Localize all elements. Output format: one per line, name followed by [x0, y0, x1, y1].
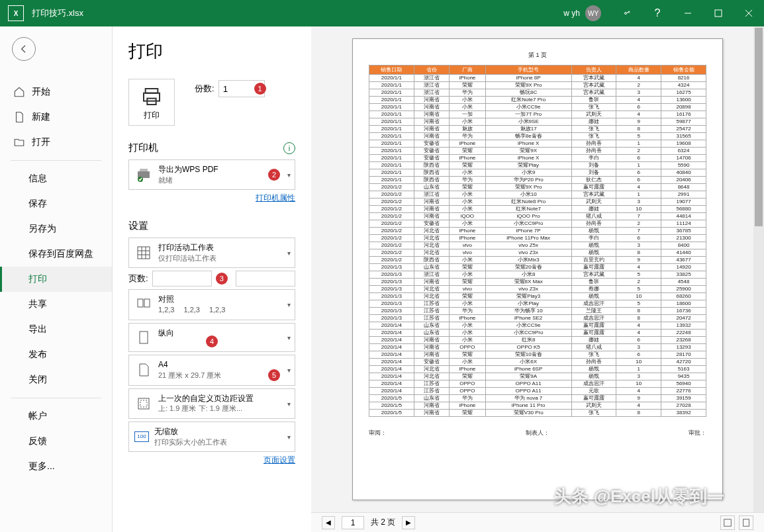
table-row: 2020/1/3江苏省iPhoneiPhone SE2成吉思汗820472	[369, 315, 706, 322]
preview-page-title: 第 1 页	[369, 51, 706, 60]
annotation-bubble-3: 3	[216, 273, 228, 285]
separator	[11, 398, 101, 398]
table-row: 2020/1/5河南省iPhoneiPhone 11 Pro武则天427028	[369, 402, 706, 410]
table-row: 2020/1/3河北省荣耀荣耀Play3杨戬1068260	[369, 293, 706, 300]
sidebar-label: 新建	[32, 111, 50, 123]
user-avatar[interactable]: WY	[585, 5, 601, 21]
preview-column: 第 1 页 销售日期省份厂商手机型号负责人商品数量销售金额 2020/1/1浙江…	[311, 26, 764, 532]
page-number-input[interactable]	[342, 516, 364, 529]
table-row: 2020/1/2河北省iPhoneiPhone 11Pro Max李白62130…	[369, 235, 706, 242]
total-pages-label: 共 2 页	[371, 517, 395, 528]
table-row: 2020/1/1河南省小米小米CC9e张飞620898	[369, 104, 706, 111]
table-row: 2020/1/1浙江省华为畅玩8C宫本武藏316275	[369, 89, 706, 97]
print-button-label: 打印	[144, 110, 160, 121]
sidebar-item-保存到百度网盘[interactable]: 保存到百度网盘	[0, 242, 112, 267]
svg-point-0	[625, 13, 627, 15]
column-header: 销售金额	[661, 66, 706, 75]
page-setup-link[interactable]: 页面设置	[128, 455, 295, 466]
scaling-dropdown[interactable]: 100 无缩放 打印实际大小的工作表 ▾	[128, 421, 295, 452]
table-row: 2020/1/4江苏省OPPOOPPO A11成吉思汗1056940	[369, 380, 706, 388]
chevron-down-icon: ▾	[287, 400, 291, 407]
orientation-dropdown[interactable]: 纵向 4 ▾	[128, 323, 295, 353]
prev-page-button[interactable]: ◀	[322, 516, 335, 529]
sidebar-item-共享[interactable]: 共享	[0, 292, 112, 317]
column-header: 负责人	[571, 66, 616, 75]
content: 开始 新建 打开 信息保存另存为保存到百度网盘打印共享导出发布关闭 帐户反馈更多…	[0, 26, 764, 532]
copies-input[interactable]	[218, 80, 265, 97]
back-button[interactable]	[12, 37, 36, 61]
table-row: 2020/1/1陕西省小米小米9刘备640840	[369, 169, 706, 177]
preview-table: 销售日期省份厂商手机型号负责人商品数量销售金额 2020/1/1浙江省iPhon…	[369, 65, 706, 417]
sidebar-item-信息[interactable]: 信息	[0, 166, 112, 191]
chevron-down-icon: ▾	[287, 433, 291, 440]
next-page-button[interactable]: ▶	[402, 516, 415, 529]
svg-rect-21	[140, 400, 147, 407]
sidebar-item-更多...[interactable]: 更多...	[0, 454, 112, 479]
zoom-to-page-icon[interactable]	[739, 515, 753, 530]
table-row: 2020/1/1浙江省荣耀荣耀9X Pro宫本武藏24324	[369, 82, 706, 89]
collate-dropdown[interactable]: 对照 1,2,3 1,2,3 1,2,3 ▾	[128, 289, 295, 320]
sidebar-open[interactable]: 打开	[0, 130, 112, 155]
show-margins-icon[interactable]	[720, 515, 735, 530]
sidebar-item-另存为[interactable]: 另存为	[0, 216, 112, 242]
help-icon[interactable]: ?	[642, 0, 673, 26]
collate-icon	[134, 296, 153, 312]
minimize-button[interactable]	[673, 0, 703, 26]
svg-rect-18	[144, 299, 150, 307]
table-row: 2020/1/2河北省vivovivo Z3x杨戬841440	[369, 249, 706, 257]
user-name[interactable]: w yh	[563, 9, 580, 18]
printer-properties-link[interactable]: 打印机属性	[128, 193, 295, 204]
sidebar-home[interactable]: 开始	[0, 79, 112, 105]
separator	[11, 160, 101, 161]
printer-info-icon[interactable]: i	[283, 142, 295, 154]
pages-from-input[interactable]	[152, 271, 212, 287]
page-icon	[134, 362, 153, 378]
printer-dropdown[interactable]: 导出为WPS PDF 就绪 2 ▾	[128, 159, 295, 190]
close-button[interactable]	[734, 0, 764, 26]
maximize-button[interactable]	[703, 0, 734, 26]
table-row: 2020/1/2浙江省小米小米10宫本武藏12991	[369, 191, 706, 199]
table-row: 2020/1/4河北省iPhoneiPhone 6SP杨戬15163	[369, 366, 706, 373]
print-button[interactable]: 打印	[128, 79, 175, 126]
share-icon[interactable]	[612, 0, 642, 26]
table-row: 2020/1/1安徽省iPhoneiPhone X李白614706	[369, 155, 706, 162]
print-area-dropdown[interactable]: 打印活动工作表 仅打印活动工作表 ▾	[128, 238, 295, 268]
sidebar-item-发布[interactable]: 发布	[0, 342, 112, 367]
preview-scroll-area[interactable]: 第 1 页 销售日期省份厂商手机型号负责人商品数量销售金额 2020/1/1浙江…	[311, 26, 764, 512]
sidebar-item-关闭[interactable]: 关闭	[0, 367, 112, 392]
table-row: 2020/1/4江苏省OPPOOPPO A11元歌422776	[369, 388, 706, 395]
sheet-icon	[134, 245, 153, 261]
sidebar-item-帐户[interactable]: 帐户	[0, 404, 112, 429]
column-header: 销售日期	[369, 66, 414, 75]
svg-rect-7	[144, 93, 160, 101]
chevron-down-icon: ▾	[287, 301, 291, 308]
sidebar-item-打印[interactable]: 打印	[0, 267, 112, 292]
margins-dropdown[interactable]: 上一次的自定义页边距设置 上: 1.9 厘米 下: 1.9 厘米... ▾	[128, 388, 295, 419]
table-row: 2020/1/1安徽省iPhoneiPhone X孙尚香119608	[369, 140, 706, 148]
table-row: 2020/1/4河北省荣耀荣耀9A杨戬39435	[369, 373, 706, 380]
preview-footer: 审阅： 制表人： 审批：	[369, 429, 706, 437]
table-row: 2020/1/3河北省vivovivo Z3x蔡娜525900	[369, 286, 706, 293]
table-row: 2020/1/1安徽省荣耀荣耀9X孙尚香26324	[369, 148, 706, 155]
table-row: 2020/1/2河南省小米红米Note7娜娃1056880	[369, 206, 706, 213]
chevron-down-icon: ▾	[287, 171, 291, 179]
sidebar-item-反馈[interactable]: 反馈	[0, 429, 112, 454]
table-row: 2020/1/1陕西省华为华为P20 Pro狄仁杰620406	[369, 177, 706, 184]
page-heading: 打印	[128, 40, 295, 63]
paper-size-dropdown[interactable]: A4 21 厘米 x 29.7 厘米 5 ▾	[128, 355, 295, 385]
sidebar-item-导出[interactable]: 导出	[0, 317, 112, 342]
sidebar-item-保存[interactable]: 保存	[0, 191, 112, 216]
preview-scrollbar[interactable]	[753, 26, 764, 512]
sidebar-new[interactable]: 新建	[0, 105, 112, 130]
app-logo-icon: X	[8, 5, 24, 21]
print-settings: 打印 打印 份数: 1 打印机 i	[113, 26, 311, 532]
preview-navigation: ◀ 共 2 页 ▶	[311, 512, 764, 532]
pages-to-input[interactable]	[236, 271, 295, 287]
table-row: 2020/1/3浙江省小米小米8宫本武藏533825	[369, 271, 706, 279]
table-row: 2020/1/1河南省华为畅享8e青春张飞531565	[369, 133, 706, 140]
svg-rect-20	[138, 398, 149, 409]
title-bar: X 打印技巧.xlsx w yh WY ?	[0, 0, 764, 26]
copies-label: 份数:	[195, 83, 215, 95]
table-row: 2020/1/4山东省小米小米CC9Pro嬴可露露422248	[369, 330, 706, 337]
table-row: 2020/1/1陕西省荣耀荣耀Play刘备15590	[369, 162, 706, 169]
